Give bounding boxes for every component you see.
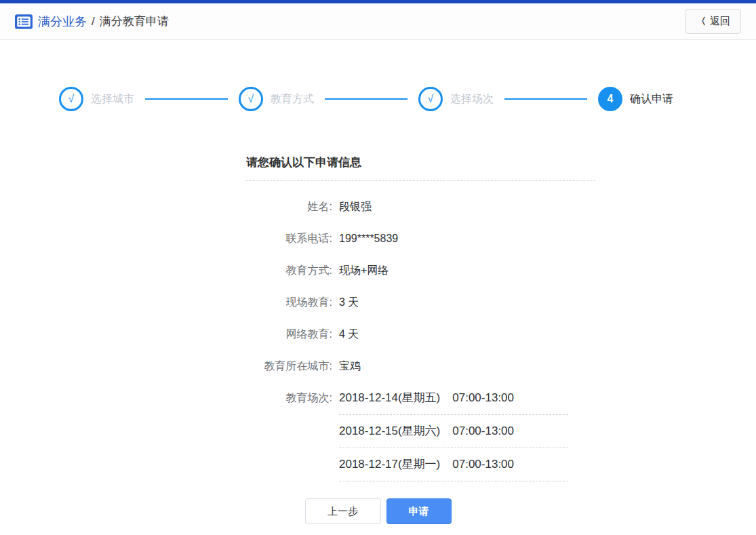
step-select-session: √ 选择场次 (418, 87, 494, 111)
field-name-value: 段银强 (339, 199, 372, 214)
breadcrumb-section-label[interactable]: 满分业务 (38, 14, 87, 30)
step-connector (325, 98, 407, 100)
session-time: 07:00-13:00 (452, 424, 514, 439)
sessions-list: 2018-12-14(星期五) 07:00-13:00 2018-12-15(星… (339, 391, 568, 481)
step-select-city: √ 选择城市 (59, 87, 134, 111)
session-time: 07:00-13:00 (452, 457, 514, 472)
field-sessions: 教育场次: 2018-12-14(星期五) 07:00-13:00 2018-1… (246, 391, 595, 481)
breadcrumb-root[interactable]: 满分业务 (15, 13, 87, 31)
step-confirm-application: 4 确认申请 (598, 87, 673, 111)
session-row: 2018-12-15(星期六) 07:00-13:00 (339, 424, 568, 448)
session-date: 2018-12-14(星期五) (339, 391, 440, 405)
chevron-left-icon: 〈 (696, 16, 706, 28)
field-online-days: 网络教育: 4 天 (246, 327, 595, 342)
field-phone: 联系电话: 199****5839 (246, 231, 595, 246)
field-name: 姓名: 段银强 (246, 199, 595, 214)
session-time: 07:00-13:00 (452, 391, 514, 405)
previous-step-button[interactable]: 上一步 (305, 498, 381, 524)
step-4-label: 确认申请 (630, 92, 673, 106)
step-2-label: 教育方式 (271, 92, 314, 106)
step-2-check-icon: √ (239, 87, 263, 111)
action-buttons: 上一步 申请 (0, 498, 756, 524)
field-phone-label: 联系电话: (246, 231, 332, 246)
list-form-icon (15, 13, 33, 31)
back-button-label: 返回 (710, 15, 730, 28)
step-education-method: √ 教育方式 (239, 87, 314, 111)
confirmation-fields: 姓名: 段银强 联系电话: 199****5839 教育方式: 现场+网络 现场… (246, 199, 595, 481)
confirmation-panel: 请您确认以下申请信息 姓名: 段银强 联系电话: 199****5839 教育方… (246, 155, 595, 481)
apply-button[interactable]: 申请 (386, 498, 452, 524)
field-education-method-label: 教育方式: (246, 263, 332, 278)
step-3-check-icon: √ (418, 87, 443, 111)
field-city: 教育所在城市: 宝鸡 (246, 359, 595, 374)
field-onsite-days: 现场教育: 3 天 (246, 295, 595, 310)
field-education-method-value: 现场+网络 (339, 263, 389, 278)
field-city-value: 宝鸡 (339, 359, 361, 374)
field-city-label: 教育所在城市: (246, 359, 332, 374)
field-onsite-days-value: 3 天 (339, 295, 359, 310)
field-education-method: 教育方式: 现场+网络 (246, 263, 595, 278)
session-date: 2018-12-17(星期一) (339, 457, 440, 472)
field-phone-value: 199****5839 (339, 231, 398, 246)
session-row: 2018-12-14(星期五) 07:00-13:00 (339, 391, 568, 415)
step-connector (145, 98, 228, 100)
field-online-days-value: 4 天 (339, 327, 359, 342)
breadcrumb-separator: / (92, 15, 95, 28)
wizard-stepper: √ 选择城市 √ 教育方式 √ 选择场次 4 确认申请 (59, 87, 673, 111)
field-sessions-label: 教育场次: (246, 391, 332, 405)
session-date: 2018-12-15(星期六) (339, 424, 440, 439)
breadcrumb-current-page: 满分教育申请 (100, 14, 169, 29)
step-3-label: 选择场次 (450, 92, 494, 106)
step-4-number-badge: 4 (598, 87, 622, 111)
back-button[interactable]: 〈 返回 (685, 9, 741, 34)
session-row: 2018-12-17(星期一) 07:00-13:00 (339, 457, 568, 481)
header: 满分业务 / 满分教育申请 〈 返回 (0, 3, 756, 40)
step-1-check-icon: √ (59, 87, 83, 111)
step-connector (504, 98, 587, 100)
field-onsite-days-label: 现场教育: (246, 295, 332, 310)
field-name-label: 姓名: (246, 199, 332, 214)
field-online-days-label: 网络教育: (246, 327, 332, 342)
confirmation-title: 请您确认以下申请信息 (246, 155, 595, 181)
step-1-label: 选择城市 (91, 92, 134, 106)
